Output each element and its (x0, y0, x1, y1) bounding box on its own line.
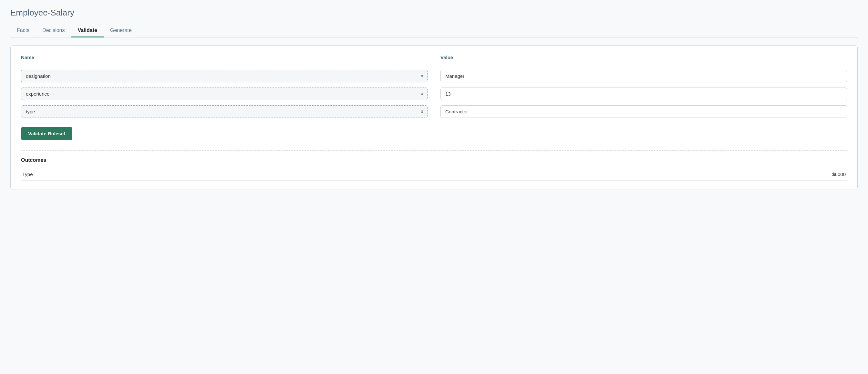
tab-decisions[interactable]: Decisions (36, 24, 71, 37)
tab-facts[interactable]: Facts (10, 24, 36, 37)
tab-generate[interactable]: Generate (104, 24, 138, 37)
outcomes-value: $6000 (434, 168, 847, 181)
value-input-3[interactable] (440, 105, 847, 118)
validate-ruleset-button[interactable]: Validate Ruleset (21, 127, 72, 140)
name-select-1[interactable]: designation experience type (21, 70, 428, 82)
tab-validate[interactable]: Validate (71, 24, 103, 37)
form-headers: Name Value (21, 55, 847, 65)
name-select-wrapper-3: designation experience type (21, 105, 428, 118)
tabs-bar: Facts Decisions Validate Generate (10, 24, 858, 37)
outcomes-row-1: Type $6000 (21, 168, 847, 181)
name-column-header: Name (21, 55, 428, 60)
outcomes-title: Outcomes (21, 157, 847, 163)
name-select-wrapper-2: designation experience type (21, 88, 428, 100)
form-row-2: designation experience type (21, 88, 847, 100)
page-title: Employee-Salary (10, 8, 858, 18)
value-column-header: Value (440, 55, 847, 60)
value-input-1[interactable] (440, 70, 847, 82)
outcomes-type-label: Type (21, 168, 434, 181)
main-card: Name Value designation experience type (10, 45, 858, 190)
section-divider (21, 151, 847, 151)
name-select-3[interactable]: designation experience type (21, 105, 428, 118)
name-select-wrapper-1: designation experience type (21, 70, 428, 82)
form-row-3: designation experience type (21, 105, 847, 118)
value-input-2[interactable] (440, 88, 847, 100)
name-select-2[interactable]: designation experience type (21, 88, 428, 100)
outcomes-table: Type $6000 (21, 168, 847, 181)
form-row-1: designation experience type (21, 70, 847, 82)
